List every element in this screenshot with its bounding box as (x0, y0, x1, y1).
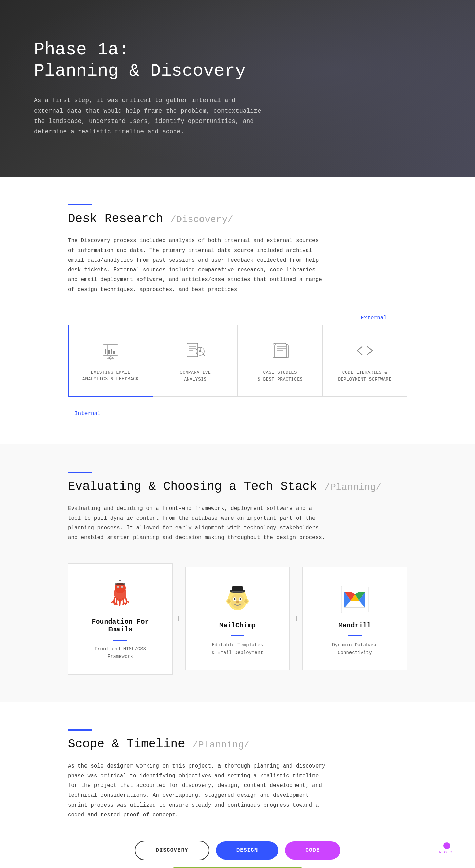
foundation-divider (113, 640, 127, 641)
research-cards-row: EXISTING EMAILANALYTICS & FEEDBACK (68, 325, 407, 397)
code-button[interactable]: CODE (285, 841, 340, 860)
svg-point-43 (234, 598, 236, 600)
mandrill-logo (340, 584, 370, 615)
mandrill-divider (348, 635, 362, 636)
tech-cards-row: Foundation For Emails Front-end HTML/CSS… (68, 563, 407, 675)
svg-point-44 (240, 598, 241, 600)
mailchimp-desc: Editable Templates& Email Deployment (212, 641, 263, 657)
roc-label: R.O.C. (439, 850, 455, 854)
svg-rect-34 (232, 586, 243, 591)
design-button[interactable]: DESIGN (216, 841, 279, 860)
hero-description: As a first step, it was critical to gath… (34, 95, 265, 137)
desk-research-title: Desk Research /Discovery/ (68, 212, 407, 226)
research-card-case-studies: CASE STUDIES& BEST PRACTICES (238, 325, 323, 397)
svg-point-40 (244, 599, 248, 603)
analytics-icon (99, 339, 122, 363)
plus-2: + (290, 613, 302, 624)
hero-section: Phase 1a: Planning & Discovery As a firs… (0, 0, 475, 177)
tech-card-mandrill: Mandrill Dynamic DatabaseConnectivity (302, 567, 407, 670)
research-card-comparative: COMPARATIVEANALYSIS (153, 325, 238, 397)
svg-point-27 (118, 587, 119, 588)
discovery-button[interactable]: DISCOVERY (135, 841, 209, 860)
scope-body: As the sole designer working on this pro… (68, 761, 326, 820)
scope-title: Scope & Timeline /Planning/ (68, 737, 407, 751)
scope-main-title: Scope & Timeline (68, 737, 185, 751)
tech-stack-subtitle: /Planning/ (324, 482, 381, 493)
foundation-name: Foundation For Emails (78, 618, 162, 633)
tech-card-mailchimp: MailChimp Editable Templates& Email Depl… (185, 567, 290, 670)
svg-rect-53 (344, 607, 365, 608)
svg-point-7 (109, 357, 112, 359)
section-divider (68, 204, 92, 205)
research-card-analytics: EXISTING EMAILANALYTICS & FEEDBACK (68, 325, 153, 397)
tech-card-foundation: Foundation For Emails Front-end HTML/CSS… (68, 563, 173, 675)
research-diagram: External (68, 315, 407, 417)
svg-rect-5 (111, 349, 112, 354)
scope-subtitle: /Planning/ (192, 740, 249, 750)
content-button[interactable]: CONTENT/COPY DEVELOPMENT (167, 867, 308, 868)
internal-label: Internal (75, 411, 101, 417)
foundation-logo (105, 580, 135, 611)
hero-title: Planning & Discovery (34, 61, 441, 82)
svg-rect-3 (104, 349, 106, 354)
svg-point-31 (119, 580, 121, 581)
comparative-icon (184, 339, 207, 363)
code-card-label: CODE LIBRARIES &DEPLOYMENT SOFTWARE (338, 369, 392, 383)
svg-point-28 (122, 587, 123, 588)
research-card-code: CODE LIBRARIES &DEPLOYMENT SOFTWARE (322, 325, 407, 397)
scope-divider (68, 729, 92, 731)
desk-research-main-title: Desk Research (68, 212, 163, 226)
mailchimp-logo (222, 584, 253, 615)
mandrill-desc: Dynamic DatabaseConnectivity (332, 641, 377, 657)
mailchimp-name: MailChimp (219, 622, 256, 629)
svg-rect-29 (115, 583, 125, 585)
desk-research-subtitle: /Discovery/ (170, 214, 233, 225)
case-studies-card-label: CASE STUDIES& BEST PRACTICES (258, 369, 303, 383)
scope-section: Scope & Timeline /Planning/ As the sole … (0, 702, 475, 868)
tech-stack-body: Evaluating and deciding on a front-end f… (68, 504, 326, 543)
tech-stack-main-title: Evaluating & Choosing a Tech Stack (68, 480, 317, 494)
tech-stack-title: Evaluating & Choosing a Tech Stack /Plan… (68, 480, 407, 494)
svg-rect-4 (108, 350, 110, 354)
roc-badge: R.O.C. (439, 842, 455, 854)
tech-stack-section: Evaluating & Choosing a Tech Stack /Plan… (0, 444, 475, 702)
case-studies-icon (268, 339, 292, 363)
svg-line-16 (203, 354, 205, 356)
code-icon (353, 339, 377, 363)
svg-point-45 (236, 601, 239, 603)
desk-research-section: Desk Research /Discovery/ The Discovery … (0, 177, 475, 444)
external-label: External (361, 315, 387, 321)
analytics-card-label: EXISTING EMAILANALYTICS & FEEDBACK (82, 369, 139, 383)
comparative-card-label: COMPARATIVEANALYSIS (180, 369, 211, 383)
svg-rect-6 (113, 351, 115, 354)
hero-phase: Phase 1a: (34, 39, 441, 60)
svg-rect-35 (232, 591, 243, 592)
mailchimp-divider (231, 635, 244, 636)
plus-1: + (173, 613, 185, 624)
svg-point-39 (227, 599, 231, 603)
sprint-row-2: CONTENT/COPY DEVELOPMENT (167, 867, 308, 868)
svg-rect-46 (231, 592, 244, 593)
mandrill-name: Mandrill (339, 622, 371, 629)
desk-research-body: The Discovery process included analysis … (68, 236, 326, 295)
roc-dot (443, 842, 450, 849)
foundation-desc: Front-end HTML/CSSFramework (95, 645, 146, 661)
sprint-row-1: DISCOVERY DESIGN CODE (135, 841, 340, 860)
tech-section-divider (68, 472, 92, 473)
sprint-container: DISCOVERY DESIGN CODE CONTENT/COPY DEVEL… (68, 841, 407, 868)
